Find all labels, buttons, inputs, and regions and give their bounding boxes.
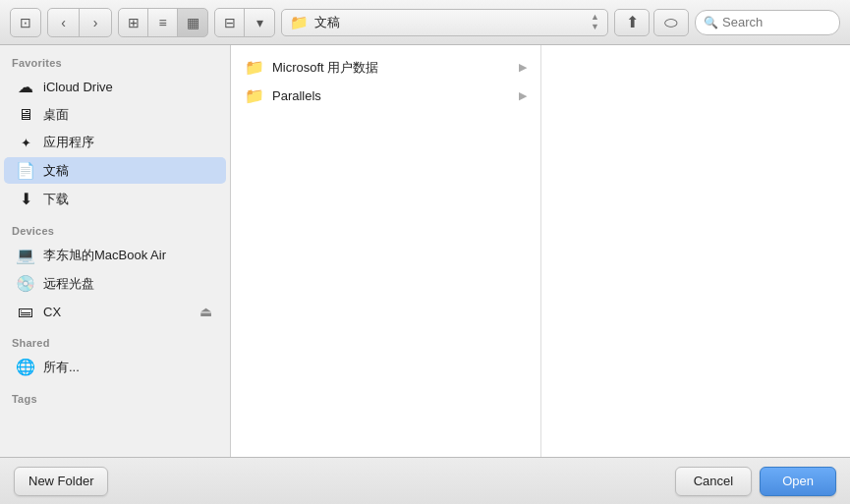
chevron-right-icon: ▶ [519, 89, 527, 102]
sidebar-item-downloads[interactable]: ⬇ 下载 [4, 186, 226, 212]
sidebar-icon: ⊡ [20, 15, 31, 30]
sidebar-label-cx: CX [43, 305, 190, 319]
cx-drive-icon: 🖴 [16, 303, 35, 320]
file-name: Microsoft 用户数据 [272, 59, 511, 77]
sidebar: Favorites ☁ iCloud Drive 🖥 桌面 ✦ 应用程序 📄 文… [0, 45, 231, 457]
sidebar-item-icloud-drive[interactable]: ☁ iCloud Drive [4, 74, 226, 100]
macbook-icon: 💻 [16, 246, 35, 264]
arrange-button[interactable]: ⊟ [215, 9, 245, 36]
nav-buttons: ‹ › [47, 8, 112, 37]
file-name: Parallels [272, 88, 511, 103]
desktop-icon: 🖥 [16, 106, 35, 124]
back-icon: ‹ [61, 15, 66, 30]
sidebar-label-all-shared: 所有... [43, 359, 214, 376]
search-box[interactable]: 🔍 [695, 10, 840, 35]
sidebar-label-macbook: 李东旭的MacBook Air [43, 247, 214, 264]
sidebar-item-cx[interactable]: 🖴 CX ⏏ [4, 299, 226, 324]
sidebar-label-remote-disc: 远程光盘 [43, 275, 214, 293]
open-label: Open [782, 474, 814, 488]
icon-view-button[interactable]: ⊞ [119, 9, 148, 36]
cancel-label: Cancel [694, 474, 733, 488]
arrange-dropdown-button[interactable]: ▾ [245, 9, 274, 36]
sidebar-toggle-group: ⊡ [10, 8, 41, 37]
empty-preview-panel [541, 45, 851, 457]
forward-button[interactable]: › [80, 9, 111, 36]
back-button[interactable]: ‹ [48, 9, 80, 36]
sidebar-label-documents: 文稿 [43, 162, 214, 180]
sidebar-item-all-shared[interactable]: 🌐 所有... [4, 354, 226, 380]
forward-icon: › [93, 15, 98, 30]
new-folder-label: New Folder [28, 474, 93, 488]
sidebar-item-macbook[interactable]: 💻 李东旭的MacBook Air [4, 242, 226, 268]
list-item[interactable]: 📁 Microsoft 用户数据 ▶ [231, 53, 540, 82]
documents-icon: 📄 [16, 161, 35, 180]
sidebar-item-remote-disc[interactable]: 💿 远程光盘 [4, 270, 226, 297]
sidebar-label-applications: 应用程序 [43, 134, 214, 151]
favorites-section-label: Favorites [0, 45, 230, 73]
arrange-group: ⊟ ▾ [214, 8, 275, 37]
devices-section-label: Devices [0, 213, 230, 241]
action-buttons: ⬆ ⬭ [614, 9, 689, 36]
search-input[interactable] [722, 15, 831, 29]
downloads-icon: ⬇ [16, 190, 35, 208]
tags-section-label: Tags [0, 381, 230, 409]
sidebar-item-desktop[interactable]: 🖥 桌面 [4, 102, 226, 128]
list-item[interactable]: 📁 Parallels ▶ [231, 82, 540, 110]
new-folder-button[interactable]: New Folder [14, 467, 108, 496]
icon-view-icon: ⊞ [128, 15, 140, 30]
main-area: Favorites ☁ iCloud Drive 🖥 桌面 ✦ 应用程序 📄 文… [0, 45, 850, 457]
list-view-button[interactable]: ≡ [148, 9, 178, 36]
path-label: 文稿 [314, 14, 585, 31]
path-bar[interactable]: 📁 文稿 ▲ ▼ [281, 9, 608, 36]
icloud-icon: ☁ [16, 78, 35, 96]
folder-icon: 📁 [245, 86, 264, 105]
search-icon: 🔍 [704, 16, 718, 29]
folder-icon: 📁 [245, 58, 264, 77]
view-mode-group: ⊞ ≡ ▦ [118, 8, 208, 37]
tag-icon: ⬭ [664, 14, 678, 31]
open-button[interactable]: Open [760, 467, 836, 496]
arrange-chevron-icon: ▾ [256, 15, 263, 30]
sidebar-item-applications[interactable]: ✦ 应用程序 [4, 130, 226, 155]
shared-icon: 🌐 [16, 358, 35, 376]
shared-section-label: Shared [0, 325, 230, 353]
file-panel: 📁 Microsoft 用户数据 ▶ 📁 Parallels ▶ [231, 45, 541, 457]
eject-cx-button[interactable]: ⏏ [198, 304, 214, 319]
share-icon: ⬆ [626, 13, 639, 31]
sidebar-item-documents[interactable]: 📄 文稿 [4, 157, 226, 184]
sidebar-label-icloud: iCloud Drive [43, 80, 214, 94]
tag-button[interactable]: ⬭ [653, 9, 689, 36]
column-view-button[interactable]: ▦ [178, 9, 207, 36]
sidebar-label-desktop: 桌面 [43, 106, 214, 124]
column-view-icon: ▦ [187, 15, 199, 30]
list-view-icon: ≡ [158, 15, 166, 30]
chevron-right-icon: ▶ [519, 61, 527, 74]
remote-disc-icon: 💿 [16, 274, 35, 293]
toolbar: ⊡ ‹ › ⊞ ≡ ▦ ⊟ ▾ 📁 文稿 ▲ ▼ [0, 0, 850, 45]
applications-icon: ✦ [16, 136, 35, 150]
sidebar-label-downloads: 下载 [43, 191, 214, 208]
path-folder-icon: 📁 [290, 14, 309, 31]
arrange-icon: ⊟ [224, 15, 236, 30]
sidebar-toggle-button[interactable]: ⊡ [11, 9, 40, 36]
bottom-bar: New Folder Cancel Open [0, 457, 850, 504]
cancel-button[interactable]: Cancel [675, 467, 752, 496]
path-stepper-arrows: ▲ ▼ [591, 13, 599, 32]
share-button[interactable]: ⬆ [614, 9, 650, 36]
content-area: 📁 Microsoft 用户数据 ▶ 📁 Parallels ▶ [231, 45, 850, 457]
